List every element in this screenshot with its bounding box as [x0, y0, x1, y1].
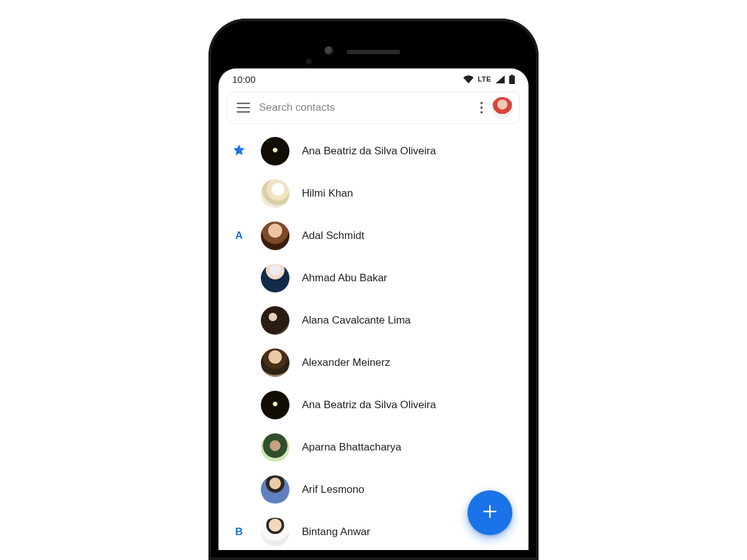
statusbar: 10:00 LTE	[218, 68, 529, 90]
contact-list[interactable]: Ana Beatriz da Silva OliveiraHilmi KhanA…	[218, 128, 529, 550]
contact-name: Alana Cavalcante Lima	[302, 314, 411, 327]
contact-row[interactable]: Ana Beatriz da Silva Oliveira	[218, 130, 529, 172]
hamburger-menu-icon[interactable]	[237, 103, 250, 113]
section-gutter	[230, 143, 248, 159]
section-gutter: A	[230, 230, 248, 242]
contact-name: Ana Beatriz da Silva Oliveira	[302, 399, 436, 411]
contact-row[interactable]: Alana Cavalcante Lima	[218, 299, 529, 342]
more-options-icon[interactable]	[480, 101, 483, 114]
account-avatar-icon	[492, 97, 513, 118]
svg-point-0	[481, 102, 483, 105]
contact-avatar	[261, 433, 289, 462]
contact-row[interactable]: Aparna Bhattacharya	[218, 426, 529, 469]
contact-name: Ana Beatriz da Silva Oliveira	[302, 145, 436, 157]
search-bar[interactable]: Search contacts	[227, 91, 520, 124]
account-avatar-button[interactable]	[492, 97, 513, 118]
contact-name: Aparna Bhattacharya	[302, 441, 402, 454]
statusbar-right: LTE	[463, 75, 515, 84]
section-gutter: B	[230, 526, 248, 538]
plus-icon	[481, 503, 499, 523]
contact-name: Hilmi Khan	[302, 187, 353, 200]
svg-point-2	[481, 111, 483, 114]
contact-row[interactable]: Ana Beatriz da Silva Oliveira	[218, 384, 529, 426]
contact-name: Adal Schmidt	[302, 230, 364, 242]
contact-row[interactable]: Alexander Meinerz	[218, 342, 529, 384]
contact-avatar	[261, 348, 289, 377]
cellular-icon	[496, 75, 505, 83]
svg-point-1	[481, 106, 483, 109]
contact-avatar	[261, 306, 289, 335]
contact-avatar	[261, 179, 289, 208]
contact-name: Ahmad Abu Bakar	[302, 272, 387, 284]
wifi-icon	[463, 75, 474, 83]
contact-name: Arif Lesmono	[302, 483, 364, 496]
statusbar-time: 10:00	[232, 74, 256, 85]
contact-avatar	[261, 137, 289, 166]
add-contact-fab[interactable]	[467, 490, 512, 535]
contact-avatar	[261, 391, 289, 419]
contact-avatar	[261, 475, 289, 504]
screen: 10:00 LTE	[218, 68, 529, 550]
battery-icon	[509, 75, 515, 84]
section-letter: A	[235, 230, 243, 242]
contact-avatar	[261, 518, 289, 546]
front-camera	[324, 46, 334, 56]
contact-row[interactable]: AAdal Schmidt	[218, 215, 529, 257]
section-letter: B	[235, 526, 243, 538]
contact-row[interactable]: Hilmi Khan	[218, 172, 529, 215]
star-icon	[232, 143, 246, 159]
contact-name: Alexander Meinerz	[302, 357, 390, 369]
contact-name: Bintang Anwar	[302, 526, 370, 538]
contact-avatar	[261, 264, 289, 292]
phone-frame: 10:00 LTE	[209, 19, 538, 560]
earpiece-speaker	[347, 50, 400, 54]
proximity-sensor	[306, 58, 312, 65]
phone-bezel: 10:00 LTE	[218, 29, 529, 550]
search-placeholder: Search contacts	[259, 101, 471, 114]
contact-row[interactable]: Ahmad Abu Bakar	[218, 257, 529, 299]
contact-avatar	[261, 222, 289, 250]
network-label: LTE	[478, 75, 491, 83]
